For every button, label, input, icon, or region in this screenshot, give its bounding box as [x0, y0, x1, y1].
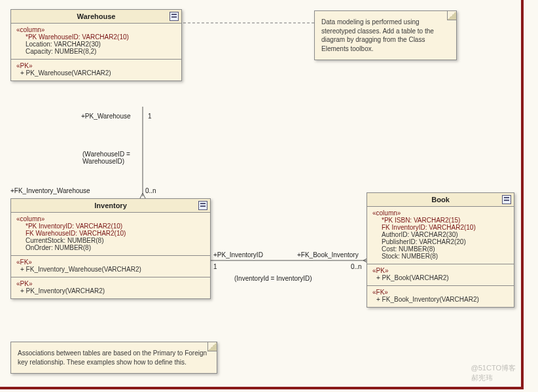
join-condition: (WarehouseID = WarehouseID)	[82, 151, 130, 165]
column-row: Cost: NUMBER(8)	[372, 245, 509, 253]
note-bottom[interactable]: Associations between tables are based on…	[10, 342, 217, 374]
method-row: + FK_Book_Inventory(VARCHAR2)	[372, 296, 509, 303]
watermark-author: 郝宪玮	[471, 374, 493, 382]
method-row: + PK_Inventory(VARCHAR2)	[16, 287, 205, 294]
table-icon	[198, 201, 207, 210]
role-fk-book: +FK_Book_Inventory	[297, 251, 359, 258]
mult-one: 1	[148, 113, 152, 120]
note-top-text: Data modeling is performed using stereot…	[321, 18, 434, 52]
mult-many: 0..n	[351, 263, 362, 270]
mult-one: 1	[213, 263, 217, 270]
table-icon	[170, 12, 179, 21]
column-row: FK InventoryID: VARCHAR2(10)	[372, 224, 509, 231]
role-pk-warehouse: +PK_Warehouse	[81, 113, 131, 120]
diagram-canvas: Warehouse «column» *PK WarehouseID: VARC…	[0, 0, 524, 389]
inventory-columns: «column» *PK InventoryID: VARCHAR2(10) F…	[11, 213, 210, 256]
watermark-site: @51CTO博客	[471, 364, 516, 372]
inventory-fk: «FK» + FK_Inventory_Warehouse(VARCHAR2)	[11, 256, 210, 277]
book-columns: «column» *PK ISBN: VARCHAR2(15) FK Inven…	[367, 207, 514, 264]
entity-warehouse[interactable]: Warehouse «column» *PK WarehouseID: VARC…	[10, 9, 182, 81]
warehouse-pk: «PK» + PK_Warehouse(VARCHAR2)	[11, 60, 181, 80]
column-row: Stock: NUMBER(8)	[372, 253, 509, 260]
entity-inventory-header: Inventory	[11, 199, 210, 213]
entity-inventory-title: Inventory	[94, 202, 127, 209]
column-row: CurrentStock: NUMBER(8)	[16, 237, 205, 244]
entity-warehouse-header: Warehouse	[11, 10, 181, 24]
column-row: *PK ISBN: VARCHAR2(15)	[372, 217, 509, 224]
book-pk: «PK» + PK_Book(VARCHAR2)	[367, 264, 514, 286]
stereotype-label: «column»	[16, 26, 176, 33]
column-row: FK WarehouseID: VARCHAR2(10)	[16, 230, 205, 237]
warehouse-columns: «column» *PK WarehouseID: VARCHAR2(10) L…	[11, 24, 181, 60]
column-row: Capacity: NUMBER(8,2)	[16, 48, 176, 55]
note-fold-icon	[447, 11, 456, 20]
stereotype-label: «FK»	[372, 289, 509, 296]
role-pk-inventory: +PK_InventoryID	[213, 251, 263, 258]
stereotype-label: «column»	[372, 209, 509, 217]
method-row: + PK_Warehouse(VARCHAR2)	[16, 69, 176, 77]
column-row: AuthorID: VARCHAR2(30)	[372, 231, 509, 238]
note-fold-icon	[207, 342, 217, 351]
table-icon	[502, 195, 511, 204]
entity-warehouse-title: Warehouse	[77, 12, 116, 20]
note-top[interactable]: Data modeling is performed using stereot…	[314, 10, 457, 60]
column-row: Location: VARCHAR2(30)	[16, 41, 176, 48]
column-row: *PK InventoryID: VARCHAR2(10)	[16, 223, 205, 230]
role-fk-inventory: +FK_Inventory_Warehouse	[10, 187, 90, 194]
join-condition: (InventoryId = InventoryID)	[234, 275, 312, 282]
book-fk: «FK» + FK_Book_Inventory(VARCHAR2)	[367, 286, 514, 307]
entity-book-title: Book	[431, 196, 450, 204]
column-row: OnOrder: NUMBER(8)	[16, 244, 205, 251]
inventory-pk: «PK» + PK_Inventory(VARCHAR2)	[11, 277, 210, 298]
column-row: *PK WarehouseID: VARCHAR2(10)	[16, 33, 176, 41]
entity-inventory[interactable]: Inventory «column» *PK InventoryID: VARC…	[10, 198, 211, 299]
stereotype-label: «FK»	[16, 258, 205, 266]
entity-book[interactable]: Book «column» *PK ISBN: VARCHAR2(15) FK …	[367, 192, 514, 308]
stereotype-label: «PK»	[16, 62, 176, 69]
method-row: + PK_Book(VARCHAR2)	[372, 274, 509, 281]
stereotype-label: «column»	[16, 215, 205, 223]
stereotype-label: «PK»	[372, 267, 509, 274]
note-bottom-text: Associations between tables are based on…	[18, 349, 207, 366]
method-row: + FK_Inventory_Warehouse(VARCHAR2)	[16, 266, 205, 273]
column-row: PublisherID: VARCHAR2(20)	[372, 238, 509, 245]
mult-many: 0..n	[145, 187, 156, 194]
entity-book-header: Book	[367, 193, 514, 207]
watermark: @51CTO博客 郝宪玮	[471, 363, 516, 383]
stereotype-label: «PK»	[16, 280, 205, 287]
